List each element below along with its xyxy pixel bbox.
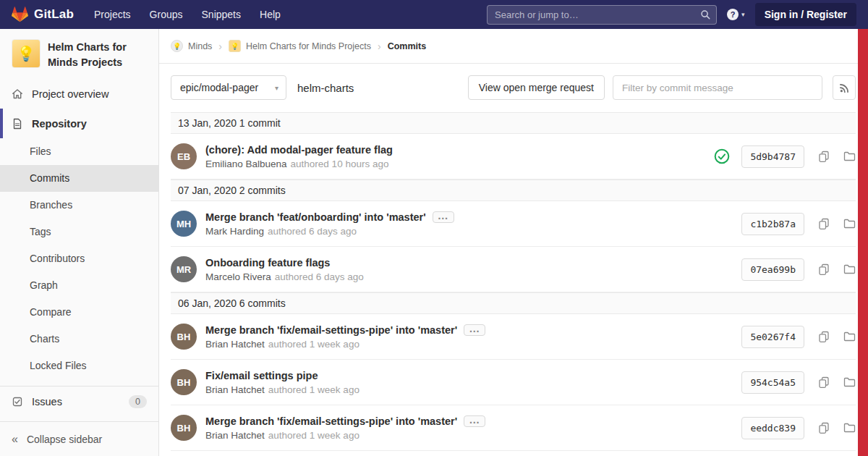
- sidebar-subitem-branches[interactable]: Branches: [0, 192, 158, 219]
- author-avatar[interactable]: BH: [171, 415, 197, 441]
- commit-sha-link[interactable]: 07ea699b: [741, 258, 804, 281]
- sidebar-item-label: Repository: [32, 118, 87, 130]
- chevron-down-icon: ▾: [741, 11, 745, 18]
- sidebar-item-issues[interactable]: Issues 0: [0, 387, 158, 416]
- nav-help[interactable]: Help: [260, 9, 281, 20]
- breadcrumb-project-link[interactable]: Helm Charts for Minds Projects: [246, 41, 371, 51]
- search-input[interactable]: [487, 5, 717, 25]
- copy-sha-button[interactable]: [818, 263, 830, 276]
- nav-groups[interactable]: Groups: [150, 9, 183, 20]
- scrollbar[interactable]: [858, 29, 868, 456]
- commit-row: BH Merge branch 'fix/email-settings-pipe…: [171, 405, 856, 451]
- project-title: Helm Charts for Minds Projects: [48, 39, 147, 70]
- sidebar-subitem-compare[interactable]: Compare: [0, 299, 158, 326]
- sign-in-button[interactable]: Sign in / Register: [755, 3, 856, 26]
- folder-icon: [843, 151, 856, 162]
- sidebar-subitem-contributors[interactable]: Contributors: [0, 245, 158, 272]
- author-avatar[interactable]: MH: [171, 211, 197, 237]
- gitlab-home-link[interactable]: GitLab: [12, 7, 74, 23]
- rss-feed-button[interactable]: [833, 75, 856, 100]
- commit-info: Merge branch 'feat/onboarding' into 'mas…: [205, 211, 454, 237]
- sidebar-nav: Project overview Repository Files Commit…: [0, 79, 158, 416]
- author-avatar[interactable]: BH: [171, 369, 197, 395]
- author-avatar[interactable]: BH: [171, 324, 197, 350]
- project-header-link[interactable]: 💡 Helm Charts for Minds Projects: [0, 29, 158, 79]
- commit-author-link[interactable]: Brian Hatchet: [205, 339, 265, 350]
- commit-time: authored 1 week ago: [268, 384, 359, 395]
- commit-title-link[interactable]: Fix/email settings pipe: [205, 370, 318, 381]
- collapse-label: Collapse sidebar: [27, 434, 102, 445]
- chevron-right-icon: ›: [378, 41, 381, 52]
- commit-sha-link[interactable]: 5d9b4787: [741, 145, 804, 168]
- nav-projects[interactable]: Projects: [94, 9, 131, 20]
- collapse-sidebar-button[interactable]: « Collapse sidebar: [0, 421, 158, 456]
- sidebar-item-project-overview[interactable]: Project overview: [0, 79, 158, 109]
- commit-time: authored 1 week ago: [268, 430, 359, 441]
- repository-submenu: Files Commits Branches Tags Contributors…: [0, 138, 158, 379]
- browse-files-button[interactable]: [843, 331, 856, 342]
- sidebar-subitem-locked-files[interactable]: Locked Files: [0, 352, 158, 379]
- commit-info: Fix/email settings pipe Brian Hatchet au…: [205, 370, 359, 395]
- sidebar-subitem-commits[interactable]: Commits: [0, 165, 158, 192]
- issues-count-badge: 0: [129, 395, 147, 408]
- clipboard-icon: [818, 376, 830, 389]
- commit-title-link[interactable]: Merge branch 'fix/email-settings-pipe' i…: [205, 415, 457, 427]
- commit-title-link[interactable]: Merge branch 'fix/email-settings-pipe' i…: [205, 324, 457, 336]
- commit-author-link[interactable]: Marcelo Rivera: [205, 271, 271, 282]
- browse-files-button[interactable]: [843, 218, 856, 229]
- browse-files-button[interactable]: [843, 151, 856, 162]
- brand-name: GitLab: [34, 7, 74, 22]
- commit-author-link[interactable]: Emiliano Balbuena: [205, 159, 287, 169]
- commit-author-link[interactable]: Mark Harding: [205, 226, 264, 237]
- commit-sha-link[interactable]: eeddc839: [741, 417, 804, 439]
- commit-sha-link[interactable]: 954c54a5: [741, 371, 804, 394]
- toggle-description-button[interactable]: …: [464, 324, 485, 336]
- commit-info: Merge branch 'fix/email-settings-pipe' i…: [205, 415, 485, 441]
- author-avatar[interactable]: EB: [171, 143, 197, 169]
- browse-files-button[interactable]: [843, 422, 856, 434]
- commit-sha-link[interactable]: 5e0267f4: [741, 326, 804, 348]
- copy-sha-button[interactable]: [818, 151, 830, 163]
- browse-files-button[interactable]: [843, 263, 856, 275]
- chevron-right-icon: ›: [218, 41, 222, 52]
- commit-sha-link[interactable]: c1b2b87a: [741, 213, 804, 235]
- toggle-description-button[interactable]: …: [433, 211, 454, 223]
- commit-row: BH Merge branch 'fix/email-settings-pipe…: [171, 314, 856, 360]
- folder-icon: [843, 263, 856, 275]
- commit-title-link[interactable]: Merge branch 'feat/onboarding' into 'mas…: [205, 211, 426, 223]
- sidebar-subitem-files[interactable]: Files: [0, 138, 158, 165]
- clipboard-icon: [818, 263, 830, 276]
- view-merge-request-button[interactable]: View open merge request: [468, 75, 605, 100]
- sidebar-item-repository[interactable]: Repository: [0, 109, 158, 138]
- sidebar-subitem-graph[interactable]: Graph: [0, 272, 158, 299]
- copy-sha-button[interactable]: [818, 422, 830, 434]
- commit-time: authored 6 days ago: [268, 226, 357, 237]
- commit-title-link[interactable]: (chore): Add modal-pager feature flag: [205, 144, 393, 156]
- commit-date-header: 06 Jan, 2020 6 commits: [171, 292, 856, 314]
- browse-files-button[interactable]: [843, 376, 856, 388]
- author-avatar[interactable]: MR: [171, 256, 197, 282]
- breadcrumb-group-link[interactable]: Minds: [188, 41, 212, 51]
- branch-dropdown[interactable]: epic/modal-pager ▾: [171, 75, 286, 100]
- sidebar-subitem-charts[interactable]: Charts: [0, 326, 158, 352]
- copy-sha-button[interactable]: [818, 218, 830, 230]
- commit-author-link[interactable]: Brian Hatchet: [205, 384, 265, 395]
- commit-actions: 07ea699b: [741, 258, 856, 281]
- sidebar-item-label: Project overview: [32, 88, 109, 100]
- sidebar-subitem-tags[interactable]: Tags: [0, 219, 158, 245]
- copy-sha-button[interactable]: [818, 331, 830, 343]
- copy-sha-button[interactable]: [818, 376, 830, 389]
- commit-title-link[interactable]: Onboarding feature flags: [205, 257, 330, 269]
- help-menu[interactable]: ? ▾: [727, 9, 745, 20]
- commit-row: BH Fix/email settings pipe Brian Hatchet…: [171, 360, 856, 405]
- project-avatar: 💡: [12, 39, 41, 68]
- collapse-icon: «: [12, 434, 18, 445]
- nav-snippets[interactable]: Snippets: [202, 9, 241, 20]
- pipeline-success-icon[interactable]: [714, 148, 730, 164]
- group-avatar: 💡: [171, 40, 183, 52]
- commit-author-link[interactable]: Brian Hatchet: [205, 430, 265, 441]
- question-icon: ?: [727, 9, 739, 20]
- commit-time: authored 10 hours ago: [291, 159, 389, 169]
- commit-filter-input[interactable]: [613, 75, 822, 100]
- toggle-description-button[interactable]: …: [464, 415, 485, 427]
